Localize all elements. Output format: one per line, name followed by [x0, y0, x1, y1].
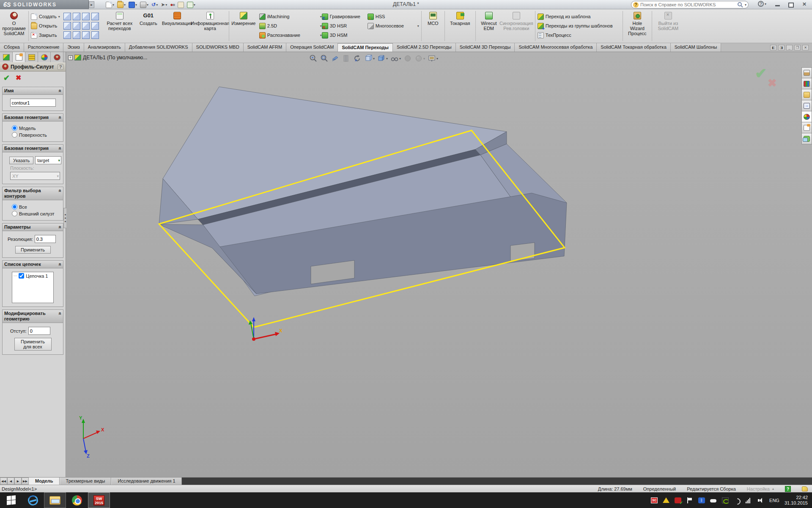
view-cube-icon[interactable] — [82, 13, 90, 20]
tab-solidcam-operation[interactable]: Операция SolidCAM — [286, 43, 338, 52]
name-section-header[interactable]: Имя« — [3, 87, 63, 95]
solidworks-taskbar-button[interactable]: SW 2015 — [88, 492, 110, 508]
task-pane-appearances-button[interactable] — [801, 111, 812, 122]
task-pane-custom-properties-button[interactable] — [801, 122, 812, 133]
pane-left-button[interactable]: ◧ — [770, 45, 776, 50]
menu-expand-arrow-icon[interactable]: ▸ — [89, 1, 94, 8]
feature-tree-label[interactable]: + ДЕТАЛЬ1 (По умолчанию... — [68, 55, 147, 61]
satellite-tray-icon[interactable] — [734, 497, 741, 503]
mco-button[interactable]: MCO — [424, 11, 442, 42]
engraving-button[interactable]: Гравирование — [322, 12, 368, 21]
tab-configuration-manager[interactable] — [25, 52, 38, 62]
google-drive-tray-icon[interactable] — [663, 497, 669, 503]
section-view-button[interactable] — [342, 54, 351, 63]
help-search-box[interactable]: ? ▾ — [631, 1, 749, 8]
confirm-cancel-button[interactable]: ✖ — [768, 77, 777, 90]
task-pane-resources-button[interactable] — [801, 78, 812, 89]
offset-input[interactable] — [28, 327, 50, 335]
target-combo[interactable]: target▾ — [35, 156, 61, 164]
3d-hsr-button[interactable]: 3D HSR — [322, 22, 368, 30]
view-settings-button[interactable]: ▾ — [428, 54, 438, 63]
parameters-header[interactable]: Параметры« — [3, 224, 63, 231]
help-button[interactable]: ? — [58, 64, 63, 70]
operations-from-template-group-button[interactable]: Переходы из группы шаблонов — [538, 22, 620, 30]
rebuild-button[interactable]: ●● — [169, 0, 176, 9]
bluetooth-icon[interactable]: ᛒ — [698, 497, 705, 503]
view-cube-icon[interactable] — [73, 31, 80, 39]
visualization-button[interactable]: Визуализация — [161, 11, 194, 42]
doc-close-button[interactable]: ✕ — [802, 45, 809, 50]
tab-solidcam-25d[interactable]: SolidCAM 2.5D Переходы — [393, 43, 456, 52]
view-cube-icon[interactable] — [73, 22, 80, 30]
tab-solidworks-mbd[interactable]: SOLIDWORKS MBD — [192, 43, 244, 52]
resolution-input[interactable] — [35, 235, 56, 243]
edit-appearance-button[interactable] — [403, 54, 412, 63]
language-indicator[interactable]: ENG — [769, 498, 779, 503]
modify-geometry-header[interactable]: Модифицировать геометрию« — [3, 310, 63, 323]
new-cam-part-button[interactable]: Создать▾ — [31, 12, 60, 21]
tab-scroll-first-button[interactable]: ◀◀ — [0, 478, 7, 485]
25d-milling-button[interactable]: 2.5D▾ — [259, 22, 322, 30]
view-cube-icon[interactable] — [63, 13, 71, 20]
chrome-button[interactable] — [66, 492, 88, 508]
tab-sketch[interactable]: Эскиз — [63, 43, 84, 52]
3d-views-tab[interactable]: Трехмерные виды — [60, 478, 112, 485]
apply-scene-button[interactable]: ▾ — [414, 54, 425, 63]
rotate-view-button[interactable]: A — [353, 54, 362, 63]
search-icon[interactable] — [737, 2, 743, 8]
recognition-button[interactable]: Распознавание▾ — [259, 31, 322, 39]
doc-minimize-button[interactable]: _ — [786, 45, 793, 50]
hole-wizard-button[interactable]: Hole Wizard Процесс — [625, 11, 650, 42]
close-button[interactable]: ✕ — [799, 1, 809, 8]
tab-scroll-left-button[interactable]: ◀ — [7, 478, 14, 485]
wirecut-edm-button[interactable]: Wirecut EDM — [478, 11, 500, 42]
view-cube-icon[interactable] — [63, 22, 71, 30]
pane-right-button[interactable]: ◨ — [778, 45, 785, 50]
base-geometry-header[interactable]: Базовая геометрия« — [3, 114, 63, 121]
doc-restore-button[interactable]: ❐ — [794, 45, 801, 50]
help-menu[interactable]: ? ▾ — [758, 1, 766, 7]
task-pane-forum-button[interactable] — [801, 133, 812, 144]
task-pane-file-explorer-button[interactable] — [801, 100, 812, 111]
minimize-button[interactable] — [772, 1, 782, 8]
zoom-area-button[interactable] — [320, 54, 329, 63]
status-note-icon[interactable] — [802, 486, 808, 491]
apply-all-button[interactable]: Применить для всех — [14, 338, 52, 351]
start-button[interactable] — [0, 492, 22, 508]
antivirus-tray-icon[interactable] — [675, 497, 681, 503]
close-cam-part-button[interactable]: Закрыть — [31, 31, 60, 39]
tab-layout[interactable]: Расположение — [24, 43, 64, 52]
contour-filter-header[interactable]: Фильтр выбора контуров« — [3, 187, 63, 200]
tab-scroll-last-button[interactable]: ▶▶ — [22, 478, 29, 485]
imachining-button[interactable]: iMachining▾ — [259, 12, 322, 21]
operation-from-template-button[interactable]: Переход из шаблона — [538, 12, 620, 21]
g01-create-button[interactable]: G01 Создать — [136, 11, 161, 42]
tab-solidworks-addins[interactable]: Добавления SOLIDWORKS — [125, 43, 192, 52]
nvidia-tray-icon[interactable] — [722, 497, 729, 503]
volume-icon[interactable] — [757, 497, 764, 503]
view-cube-icon[interactable] — [91, 22, 99, 30]
status-configuration[interactable]: Настройка▴ — [747, 486, 774, 491]
file-properties-button[interactable] — [177, 0, 185, 9]
cloud-tray-icon[interactable] — [710, 497, 717, 503]
new-document-button[interactable]: ▾ — [105, 0, 115, 9]
solidcam-monitor-tray-icon[interactable]: SC — [651, 497, 658, 503]
chain-listbox[interactable]: ···· Цепочка 1 — [12, 272, 54, 303]
about-solidcam-button[interactable]: О программе SolidCAM — [2, 11, 26, 42]
confirm-ok-button[interactable]: ✔ — [755, 65, 767, 82]
network-signal-icon[interactable] — [746, 497, 752, 503]
clock[interactable]: 22:42 31.10.2015 — [785, 495, 808, 506]
print-button[interactable]: ▾ — [139, 0, 149, 9]
surface-radio[interactable] — [12, 132, 17, 138]
zoom-fit-button[interactable] — [309, 54, 318, 63]
pick-button[interactable]: Указать — [9, 157, 33, 164]
tab-scroll-right-button[interactable]: ▶ — [14, 478, 22, 485]
cancel-button[interactable]: ✖ — [16, 75, 21, 81]
view-cube-icon[interactable] — [73, 13, 80, 20]
display-style-button[interactable]: ▾ — [377, 54, 388, 63]
outer-silhouette-radio[interactable] — [12, 211, 17, 216]
model-tab[interactable]: Модель — [29, 478, 60, 485]
all-contours-radio[interactable] — [12, 204, 17, 210]
action-center-flag-icon[interactable] — [686, 497, 693, 503]
apply-button[interactable]: Применить — [15, 246, 51, 254]
